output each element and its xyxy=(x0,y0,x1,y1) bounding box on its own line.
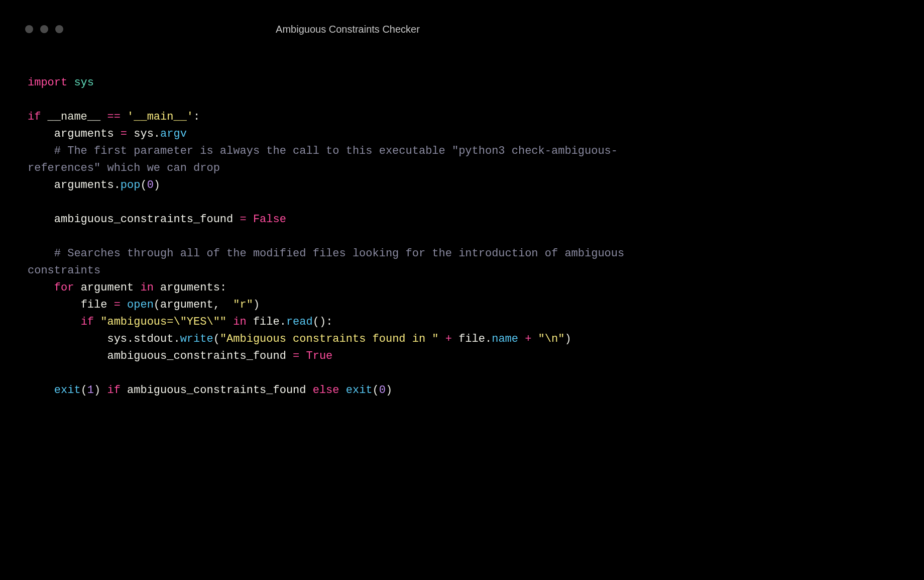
close-icon[interactable] xyxy=(25,25,33,33)
operator-assign: = xyxy=(240,213,246,226)
string-r: "r" xyxy=(233,299,253,311)
sys-ref: sys xyxy=(134,128,154,140)
keyword-if: if xyxy=(28,111,41,123)
colon: : xyxy=(220,281,226,294)
var-file: file xyxy=(81,299,107,311)
paren-close: ) xyxy=(253,299,260,311)
colon: : xyxy=(326,316,332,328)
method-read: read xyxy=(286,316,313,328)
dot: . xyxy=(127,333,134,345)
comment-line: # Searches through all of the modified f… xyxy=(28,247,631,277)
attr-stdout: stdout xyxy=(134,333,173,345)
paren-close: ) xyxy=(154,179,160,191)
operator-plus: + xyxy=(445,333,452,345)
string-newline: "\n" xyxy=(538,333,565,345)
builtin-exit: exit xyxy=(54,384,81,397)
colon: : xyxy=(193,111,200,123)
comma: , xyxy=(213,299,220,311)
parens: () xyxy=(313,316,326,328)
number-one: 1 xyxy=(87,384,94,397)
boolean-true: True xyxy=(306,350,333,362)
method-pop: pop xyxy=(121,179,141,191)
keyword-if: if xyxy=(81,316,94,328)
comment-line: # The first parameter is always the call… xyxy=(28,145,618,174)
string-main: '__main__' xyxy=(127,111,193,123)
var-argument: argument xyxy=(160,299,213,311)
dot: . xyxy=(173,333,180,345)
var-file: file xyxy=(253,316,280,328)
paren-close: ) xyxy=(386,384,392,397)
code-content: import sys if __name__ == '__main__': ar… xyxy=(0,24,696,414)
paren-close: ) xyxy=(94,384,100,397)
paren-open: ( xyxy=(140,179,147,191)
method-write: write xyxy=(180,333,213,345)
operator-plus: + xyxy=(525,333,531,345)
keyword-else: else xyxy=(313,384,339,397)
paren-open: ( xyxy=(154,299,160,311)
keyword-in: in xyxy=(233,316,246,328)
var-argument: argument xyxy=(81,281,134,294)
traffic-lights xyxy=(25,25,63,33)
var-arguments: arguments xyxy=(160,281,220,294)
attr-name: name xyxy=(492,333,518,345)
string-msg: "Ambiguous constraints found in " xyxy=(220,333,439,345)
builtin-exit: exit xyxy=(346,384,373,397)
paren-close: ) xyxy=(564,333,571,345)
dot: . xyxy=(114,179,121,191)
var-arguments: arguments xyxy=(54,179,114,191)
keyword-import: import xyxy=(28,76,67,89)
var-ambiguous: ambiguous_constraints_found xyxy=(127,384,306,397)
operator-assign: = xyxy=(121,128,127,140)
builtin-open: open xyxy=(127,299,154,311)
dunder-name: __name__ xyxy=(48,111,101,123)
titlebar: Ambiguous Constraints Checker xyxy=(0,0,696,24)
keyword-in: in xyxy=(140,281,153,294)
keyword-for: for xyxy=(54,281,74,294)
var-ambiguous: ambiguous_constraints_found xyxy=(107,350,286,362)
operator-assign: = xyxy=(293,350,299,362)
dot: . xyxy=(280,316,286,328)
boolean-false: False xyxy=(253,213,286,226)
dot: . xyxy=(485,333,492,345)
window-title: Ambiguous Constraints Checker xyxy=(276,24,420,35)
sys-ref: sys xyxy=(107,333,127,345)
var-ambiguous: ambiguous_constraints_found xyxy=(54,213,233,226)
operator-eq: == xyxy=(107,111,120,123)
var-arguments: arguments xyxy=(54,128,114,140)
maximize-icon[interactable] xyxy=(55,25,63,33)
paren-open: ( xyxy=(213,333,220,345)
string-ambiguous: "ambiguous=\"YES\"" xyxy=(100,316,226,328)
number-zero: 0 xyxy=(379,384,386,397)
number-zero: 0 xyxy=(147,179,154,191)
minimize-icon[interactable] xyxy=(40,25,48,33)
code-window: Ambiguous Constraints Checker import sys… xyxy=(0,0,696,437)
paren-open: ( xyxy=(81,384,87,397)
var-file: file xyxy=(458,333,485,345)
paren-open: ( xyxy=(373,384,379,397)
module-sys: sys xyxy=(74,76,94,89)
attr-argv: argv xyxy=(160,128,187,140)
dot: . xyxy=(154,128,160,140)
keyword-if: if xyxy=(107,384,120,397)
operator-assign: = xyxy=(114,299,121,311)
